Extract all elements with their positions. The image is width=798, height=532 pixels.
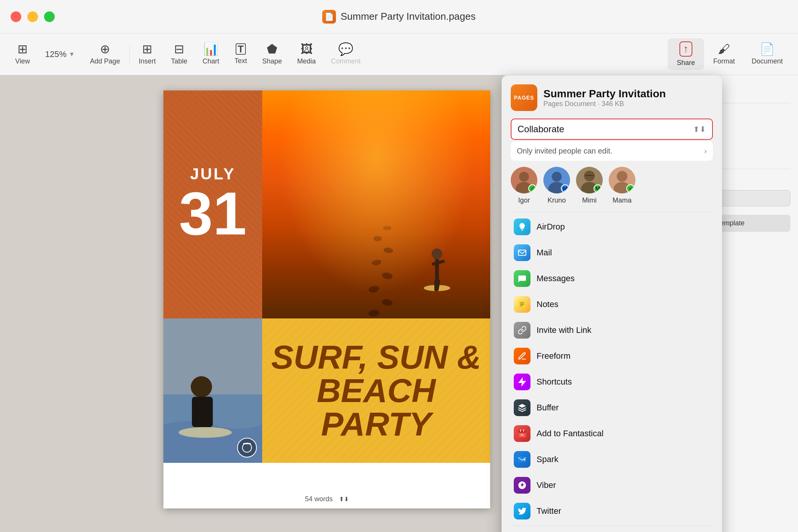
svg-rect-1 xyxy=(435,258,439,280)
airdrop-label: AirDrop xyxy=(537,222,565,232)
collaborator-mama[interactable]: ✓ Mama xyxy=(609,167,635,204)
collaborator-igor-name: Igor xyxy=(518,196,530,204)
menu-item-airdrop[interactable]: AirDrop xyxy=(511,214,713,240)
svg-point-19 xyxy=(238,438,256,457)
collaborator-mimi[interactable]: M Mimi xyxy=(576,167,603,204)
insert-label: Insert xyxy=(139,57,156,65)
menu-item-twitter[interactable]: Twitter xyxy=(511,498,713,524)
zoom-label: 125% xyxy=(45,49,66,59)
menu-item-buffer[interactable]: Buffer xyxy=(511,395,713,421)
beach-photo xyxy=(262,90,490,318)
svg-point-16 xyxy=(191,376,212,397)
svg-point-9 xyxy=(382,272,393,280)
menu-divider xyxy=(511,526,713,526)
shortcuts-icon xyxy=(514,374,530,390)
chart-toolbar-item[interactable]: 📊 Chart xyxy=(195,40,227,68)
footprints xyxy=(353,212,410,318)
menu-item-shortcuts[interactable]: Shortcuts xyxy=(511,369,713,395)
toolbar: ⊞ View 125% ▼ ⊕ Add Page ⊞ Insert ⊟ Tabl… xyxy=(0,33,798,75)
svg-point-26 xyxy=(552,172,562,182)
mail-label: Mail xyxy=(537,248,552,258)
only-invited-row[interactable]: Only invited people can edit. › xyxy=(511,141,713,161)
titlebar: 📄 Summer Party Invitation.pages xyxy=(0,0,798,33)
share-toolbar-item[interactable]: ↑ Share xyxy=(668,38,704,70)
add-page-toolbar-item[interactable]: ⊕ Add Page xyxy=(82,40,128,68)
media-toolbar-item[interactable]: 🖼 Media xyxy=(290,40,323,68)
table-toolbar-item[interactable]: ⊟ Table xyxy=(163,40,195,68)
avatar-mama-badge: ✓ xyxy=(626,184,635,193)
only-invited-text: Only invited people can edit. xyxy=(517,147,612,155)
minimize-button[interactable] xyxy=(27,11,38,22)
svg-point-7 xyxy=(382,298,393,306)
table-icon: ⊟ xyxy=(174,43,184,55)
format-label: Format xyxy=(713,57,735,65)
collaborator-kruno[interactable]: M Kruno xyxy=(543,167,570,204)
menu-item-notes[interactable]: Notes xyxy=(511,291,713,317)
surfer-sitting-photo xyxy=(163,318,262,463)
document-toolbar-item[interactable]: 📄 Document xyxy=(744,40,790,68)
shape-toolbar-item[interactable]: ⬟ Shape xyxy=(255,40,290,68)
surfer-figure xyxy=(422,223,452,299)
insert-toolbar-item[interactable]: ⊞ Insert xyxy=(131,40,163,68)
svg-rect-21 xyxy=(243,443,251,444)
messages-label: Messages xyxy=(537,274,575,283)
comment-toolbar-item[interactable]: 💬 Comment xyxy=(323,40,368,68)
menu-item-fantastical[interactable]: 31 Add to Fantastical xyxy=(511,421,713,446)
invite-link-icon xyxy=(514,322,530,339)
popup-icon-label: PAGES xyxy=(514,95,534,100)
svg-point-34 xyxy=(521,229,523,231)
view-toolbar-item[interactable]: ⊞ View xyxy=(8,40,38,68)
freeform-label: Freeform xyxy=(537,351,570,361)
view-icon: ⊞ xyxy=(17,43,28,55)
svg-point-18 xyxy=(179,427,232,438)
collaborate-dropdown[interactable]: Collaborate ⬆⬇ xyxy=(511,119,713,140)
svg-point-10 xyxy=(371,259,382,266)
view-label: View xyxy=(15,57,30,65)
word-count: 54 words xyxy=(305,495,332,503)
avatar-mama: ✓ xyxy=(609,167,635,193)
menu-item-export[interactable]: Export and Send… xyxy=(511,527,713,532)
chart-icon: 📊 xyxy=(203,43,218,55)
menu-item-messages[interactable]: Messages xyxy=(511,266,713,291)
text-toolbar-item[interactable]: T Text xyxy=(227,40,255,68)
close-button[interactable] xyxy=(11,11,21,22)
menu-item-invite-link[interactable]: Invite with Link xyxy=(511,317,713,343)
bottom-row: SURF, SUN & BEACH PARTY xyxy=(163,318,490,463)
collaborator-igor[interactable]: ✓ Igor xyxy=(511,167,537,204)
banner-text-line1: SURF, SUN & xyxy=(271,340,481,374)
menu-item-mail[interactable]: Mail xyxy=(511,240,713,266)
menu-item-viber[interactable]: Viber xyxy=(511,472,713,498)
page-canvas: JULY 31 xyxy=(163,90,490,508)
status-bar: 54 words ⬆⬇ xyxy=(163,489,490,508)
shape-icon: ⬟ xyxy=(267,43,277,55)
avatar-kruno-badge: M xyxy=(561,184,569,193)
toolbar-separator-1 xyxy=(129,45,130,64)
avatar-mimi: M xyxy=(576,167,603,193)
word-count-arrows: ⬆⬇ xyxy=(339,496,349,503)
menu-item-spark[interactable]: Spark xyxy=(511,446,713,472)
format-toolbar-item[interactable]: 🖌 Format xyxy=(706,40,743,68)
collaborator-mama-name: Mama xyxy=(613,196,632,204)
maximize-button[interactable] xyxy=(44,11,55,22)
document-label: Document xyxy=(752,57,783,65)
collaborator-mimi-name: Mimi xyxy=(582,196,597,204)
document-title: Summer Party Invitation.pages xyxy=(340,11,476,22)
svg-point-23 xyxy=(519,172,529,182)
collaborate-label: Collaborate xyxy=(518,124,564,135)
messages-icon xyxy=(514,270,530,287)
menu-item-freeform[interactable]: Freeform xyxy=(511,343,713,369)
zoom-toolbar-item[interactable]: 125% ▼ xyxy=(38,46,82,62)
traffic-lights xyxy=(11,11,55,22)
viber-label: Viber xyxy=(537,480,556,490)
avatar-igor-badge: ✓ xyxy=(528,184,537,193)
buffer-label: Buffer xyxy=(537,403,559,413)
popup-header: PAGES Summer Party Invitation Pages Docu… xyxy=(511,84,713,111)
svg-point-2 xyxy=(432,249,442,259)
notes-icon xyxy=(514,296,530,313)
popup-divider xyxy=(511,212,713,212)
mail-icon xyxy=(514,244,530,261)
share-icon: ↑ xyxy=(679,41,692,57)
share-label: Share xyxy=(677,59,695,67)
collaborate-arrow-icon: ⬆⬇ xyxy=(693,125,706,134)
insert-icon: ⊞ xyxy=(142,43,152,55)
